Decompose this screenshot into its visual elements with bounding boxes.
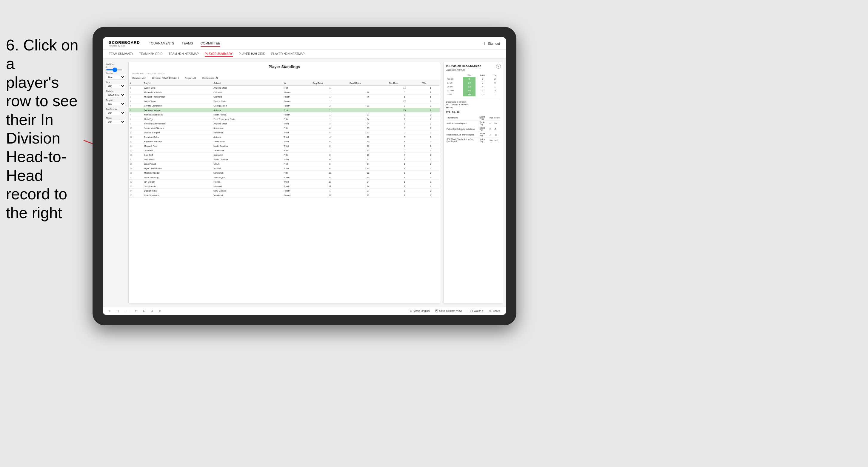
cut-button[interactable]: ✂ xyxy=(134,309,139,313)
table-row[interactable]: 12 Brendan Valles Auburn Third 4 18 0 2 xyxy=(129,135,440,139)
cell-win: 2 xyxy=(421,180,440,184)
table-row[interactable]: 1 Wenyi Ding Arizona State First 1 14 1 xyxy=(129,86,440,90)
sub-nav-team-h2h-heatmap[interactable]: TEAM H2H HEATMAP xyxy=(168,52,199,57)
col-no-rds: No. Rds. xyxy=(388,81,421,86)
table-row[interactable]: 24 Bastien Amat New Mexico Fourth 1 27 2… xyxy=(129,189,440,193)
cell-rank: 10 xyxy=(129,126,143,130)
cell-conf: 24 xyxy=(348,162,388,166)
year-select[interactable]: (All) xyxy=(106,84,125,88)
cell-yr: Third xyxy=(282,139,311,144)
table-row[interactable]: 4 Luke Claton Florida State Second 1 27 … xyxy=(129,99,440,103)
standings-panel: Player Standings Update time: 27/03/2024… xyxy=(128,62,440,304)
table-row[interactable]: 23 Jack Lundin Missouri Fourth 11 24 1 2 xyxy=(129,184,440,189)
table-row[interactable]: 11 Gordon Sargent Vanderbilt Third 4 21 … xyxy=(129,130,440,135)
table-row[interactable]: 13 Phichakn Maichon Texas A&M Third 6 30… xyxy=(129,139,440,144)
table-row[interactable]: 7 Nicholas Gabrelick North Florida Fourt… xyxy=(129,113,440,117)
cell-rds: 0 xyxy=(388,148,421,153)
cell-rank: 23 xyxy=(129,184,143,189)
table-row[interactable]: 8 Mats Ege East Tennessee State Fifth 1 … xyxy=(129,117,440,121)
cell-school: Arizona State xyxy=(212,121,282,126)
cell-school: UCLA xyxy=(212,162,282,166)
refresh-button[interactable]: ↻ xyxy=(157,309,162,313)
no-rds-slider[interactable] xyxy=(106,69,122,70)
table-row[interactable]: 20 Matthew Riedel Vanderbilt Fifth 10 23… xyxy=(129,171,440,175)
undo-button[interactable]: ↩ xyxy=(107,309,113,313)
h2h-divider xyxy=(446,99,500,99)
cell-rds: 2 xyxy=(388,103,421,108)
table-row[interactable]: 22 Ian Gilligan Florida Third 10 24 1 2 xyxy=(129,180,440,184)
cell-rank: 22 xyxy=(129,180,143,184)
table-row[interactable]: 21 Taehoon Song Washington Fourth 6 23 1… xyxy=(129,175,440,180)
cell-win: 1 xyxy=(421,90,440,95)
h2h-win: 8 xyxy=(463,77,475,81)
forward-button[interactable]: → xyxy=(123,309,129,313)
cell-reg: 1 xyxy=(311,99,348,103)
save-custom-button[interactable]: Save Custom View xyxy=(434,309,463,313)
cell-conf: 23 xyxy=(348,175,388,180)
h2h-win: 46 xyxy=(463,89,475,93)
tourney-col-name: Tournament xyxy=(446,115,479,121)
table-row[interactable]: 18 Luke Powell UCLA First 8 24 1 2 xyxy=(129,162,440,166)
cell-win: 2 xyxy=(421,139,440,144)
table-row[interactable]: 16 Alex Goff Kentucky Fifth 8 19 0 2 xyxy=(129,153,440,157)
cell-yr: Third xyxy=(282,166,311,171)
cell-reg: 3 xyxy=(311,121,348,126)
table-row[interactable]: 9 Preston Summerhays Arizona State Third… xyxy=(129,121,440,126)
table-row[interactable]: 25 Cole Sherwood Vanderbilt Second 12 23… xyxy=(129,193,440,197)
toolbar-divider-2 xyxy=(466,309,466,313)
h2h-win: 22 xyxy=(463,85,475,89)
h2h-close-button[interactable]: ✕ xyxy=(496,64,501,69)
table-row[interactable]: 3 Michael Thorbjornsen Stanford Fourth 1… xyxy=(129,95,440,99)
h2h-row: 11-25 20 9 5 xyxy=(446,81,500,85)
cell-rank: 3 xyxy=(129,95,143,99)
player-select[interactable]: (All) xyxy=(106,120,125,124)
cell-reg: 1 xyxy=(311,95,348,99)
nav-committee[interactable]: COMMITTEE xyxy=(200,40,220,47)
h2h-col-loss: Loss xyxy=(475,74,490,77)
cell-player: Preston Summerhays xyxy=(143,121,212,126)
sub-nav-player-h2h-heatmap[interactable]: PLAYER H2H HEATMAP xyxy=(271,52,305,57)
h2h-tournament-table: Tournament Event Type Pos Score Amer Ari… xyxy=(446,115,500,143)
table-row[interactable]: 19 Tiger Christensen Arizona Third 8 23 … xyxy=(129,166,440,171)
cell-conf: 23 xyxy=(348,171,388,175)
cell-school: Kentucky xyxy=(212,153,282,157)
table-row[interactable]: 10 Jacob Max Obiesen Arkansas Fifth 4 23… xyxy=(129,126,440,130)
sign-out-button[interactable]: Sign out xyxy=(488,40,500,46)
conference-select[interactable]: (All) xyxy=(106,111,125,115)
gender-select[interactable]: Men xyxy=(106,75,125,80)
h2h-wlt-label: W-L-T record in-division: xyxy=(446,103,500,106)
region-select[interactable]: N/A xyxy=(106,102,125,106)
cell-rank: 21 xyxy=(129,175,143,180)
table-row[interactable]: 17 David Ford North Carolina Third 8 21 … xyxy=(129,157,440,162)
cell-yr: Third xyxy=(282,121,311,126)
view-original-button[interactable]: View: Original xyxy=(408,309,431,313)
powered-by-text: Powered by clippi xyxy=(109,45,140,47)
cell-reg: 8 xyxy=(311,153,348,157)
nav-items: TOURNAMENTS TEAMS COMMITTEE xyxy=(149,40,484,47)
player-label: Player xyxy=(106,117,125,119)
sub-nav-player-h2h-grid[interactable]: PLAYER H2H GRID xyxy=(239,52,266,57)
sub-nav-team-summary[interactable]: TEAM SUMMARY xyxy=(109,52,133,57)
share-button[interactable]: Share xyxy=(488,309,501,313)
svg-rect-5 xyxy=(436,310,437,311)
table-row[interactable]: 5 Christo Lamprecht Georgia Tech Fourth … xyxy=(129,103,440,108)
cell-yr: Third xyxy=(282,144,311,148)
nav-teams[interactable]: TEAMS xyxy=(182,40,193,47)
watch-button[interactable]: Watch ▾ xyxy=(468,309,485,313)
cell-reg: 2 xyxy=(311,103,348,108)
cell-yr: First xyxy=(282,162,311,166)
cell-rank: 25 xyxy=(129,193,143,197)
table-row[interactable]: 2 Michael La Sasso Ole Miss Second 1 18 … xyxy=(129,90,440,95)
paste-button[interactable]: ⊡ xyxy=(149,309,155,313)
redo-button[interactable]: ↪ xyxy=(115,309,121,313)
cell-player: Nicholas Gabrelick xyxy=(143,113,212,117)
nav-tournaments[interactable]: TOURNAMENTS xyxy=(149,40,174,47)
table-row[interactable]: 15 Jake Hall Tennessee Fifth 7 23 0 2 xyxy=(129,148,440,153)
sub-nav-player-summary[interactable]: PLAYER SUMMARY xyxy=(205,52,233,57)
copy-button[interactable]: ⊟ xyxy=(142,309,147,313)
sub-nav-team-h2h-grid[interactable]: TEAM H2H GRID xyxy=(140,52,163,57)
table-row[interactable]: 14 Maxwell Ford North Carolina Third 6 2… xyxy=(129,144,440,148)
toolbar: ↩ ↪ → ✂ ⊟ ⊡ ↻ View: Original Save Custom… xyxy=(103,307,506,315)
table-row[interactable]: 6 Jackson Koivun Auburn First 1 25 2 xyxy=(129,108,440,113)
division-select[interactable]: NCAA Division I xyxy=(106,93,125,97)
